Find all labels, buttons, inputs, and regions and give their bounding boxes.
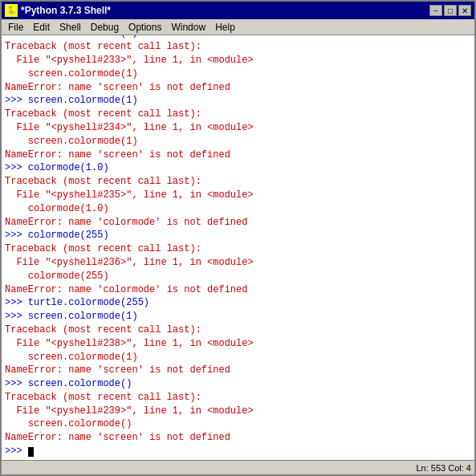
shell-line: Traceback (most recent call last): — [5, 391, 471, 405]
shell-line: NameError: name 'colormode' is not defin… — [5, 216, 471, 230]
shell-line: >>> colormode(1.0) — [5, 161, 471, 175]
shell-line: File "<pyshell#236>", line 1, in <module… — [5, 256, 471, 270]
status-text: Ln: 553 Col: 4 — [417, 463, 472, 473]
shell-line: NameError: name 'screen' is not defined — [5, 148, 471, 162]
shell-line: colormode(1.0) — [5, 202, 471, 216]
shell-line: NameError: name 'screen' is not defined — [5, 81, 471, 95]
title-bar-left: 🐍 *Python 3.7.3 Shell* — [5, 4, 111, 17]
shell-line: File "<pyshell#233>", line 1, in <module… — [5, 54, 471, 67]
shell-line: >>> turtle.colormode(255) — [5, 296, 471, 310]
shell-line: screen.colormode(1) — [5, 67, 471, 81]
shell-line: File "<pyshell#234>", line 1, in <module… — [5, 121, 471, 135]
menu-debug[interactable]: Debug — [86, 21, 124, 34]
menu-help[interactable]: Help — [210, 21, 240, 34]
shell-line: File "<pyshell#235>", line 1, in <module… — [5, 189, 471, 202]
shell-output[interactable]: AttributeError: module 'turtle' has no a… — [2, 35, 474, 460]
shell-line: Traceback (most recent call last): — [5, 242, 471, 256]
maximize-button[interactable]: □ — [444, 5, 457, 16]
app-icon: 🐍 — [5, 4, 18, 17]
shell-line: File "<pyshell#238>", line 1, in <module… — [5, 337, 471, 351]
menu-options[interactable]: Options — [124, 21, 166, 34]
menu-window[interactable]: Window — [166, 21, 210, 34]
close-button[interactable]: ✕ — [458, 5, 471, 16]
shell-line: NameError: name 'colormode' is not defin… — [5, 283, 471, 297]
shell-line: >>> colormode(255) — [5, 229, 471, 242]
shell-line: Traceback (most recent call last): — [5, 323, 471, 337]
shell-line: NameError: name 'screen' is not defined — [5, 431, 471, 445]
shell-line: >>> screen.colormode() — [5, 377, 471, 391]
shell-line: Traceback (most recent call last): — [5, 108, 471, 121]
shell-line: >>> screen.colormode(1) — [5, 310, 471, 323]
shell-line: screen.colormode(1) — [5, 351, 471, 364]
shell-line: >>> — [5, 445, 471, 458]
shell-line: Traceback (most recent call last): — [5, 40, 471, 54]
menu-bar: File Edit Shell Debug Options Window Hel… — [2, 19, 474, 35]
minimize-button[interactable]: − — [429, 5, 442, 16]
shell-line: Traceback (most recent call last): — [5, 175, 471, 189]
menu-edit[interactable]: Edit — [28, 21, 55, 34]
shell-line: colormode(255) — [5, 270, 471, 283]
shell-line: >>> screen.colormode(1) — [5, 94, 471, 108]
menu-file[interactable]: File — [3, 21, 28, 34]
window-title: *Python 3.7.3 Shell* — [21, 5, 111, 16]
status-bar: Ln: 553 Col: 4 — [2, 460, 474, 474]
main-window: 🐍 *Python 3.7.3 Shell* − □ ✕ File Edit S… — [0, 0, 476, 476]
menu-shell[interactable]: Shell — [55, 21, 86, 34]
text-cursor — [28, 447, 34, 457]
content-area: AttributeError: module 'turtle' has no a… — [2, 35, 474, 460]
shell-line: screen.colormode(1) — [5, 135, 471, 148]
shell-line: screen.colormode() — [5, 417, 471, 431]
shell-line: File "<pyshell#239>", line 1, in <module… — [5, 405, 471, 418]
shell-line: NameError: name 'screen' is not defined — [5, 364, 471, 377]
title-bar: 🐍 *Python 3.7.3 Shell* − □ ✕ — [2, 2, 474, 19]
title-buttons: − □ ✕ — [429, 5, 471, 16]
